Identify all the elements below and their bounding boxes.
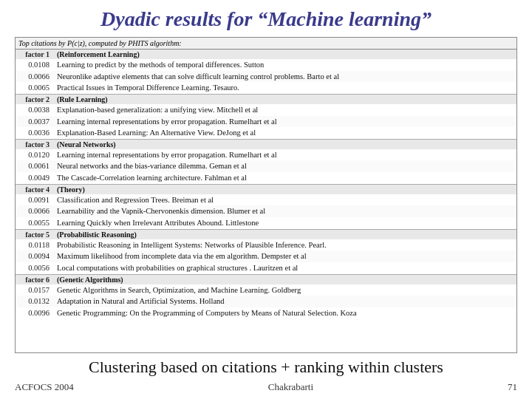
factor-category: (Neural Networks) [54,139,516,149]
score-cell: 0.0108 [16,59,54,71]
score-cell: 0.0049 [16,172,54,184]
table-row: 0.0037Learning internal representations … [16,116,516,128]
factor-category: (Probabilistic Reasoning) [54,229,516,239]
score-cell: 0.0094 [16,250,54,262]
table-row: 0.0132Adaptation in Natural and Artifici… [16,296,516,307]
table-row: 0.0066Neuronlike adaptive elements that … [16,71,516,83]
score-cell: 0.0066 [16,71,54,83]
factor-label: factor 6 [16,274,54,284]
factor-label: factor 3 [16,139,54,149]
results-table-container: Top citations by P(c|z), computed by PHI… [15,37,517,353]
score-cell: 0.0120 [16,149,54,161]
score-cell: 0.0066 [16,205,54,217]
score-cell: 0.0096 [16,307,54,319]
table-row: 0.0061Neural networks and the bias-varia… [16,160,516,172]
citation-cell: Learning internal representations by err… [54,149,516,161]
score-cell: 0.0037 [16,116,54,128]
factor-category: (Genetic Algorithms) [54,274,516,284]
score-cell: 0.0056 [16,262,54,274]
citation-cell: Probabilistic Reasoning in Intelligent S… [54,239,516,251]
factor-row: factor 1(Reinforcement Learning) [16,50,516,60]
table-row: 0.0049The Cascade-Correlation learning a… [16,172,516,184]
table-row: 0.0096Genetic Programming: On the Progra… [16,307,516,319]
factor-category: (Rule Learning) [54,94,516,104]
citation-cell: Local computations with probabilities on… [54,262,516,274]
citation-cell: Explanation-Based Learning: An Alternati… [54,127,516,139]
table-row: 0.0065Practical Issues in Temporal Diffe… [16,82,516,94]
score-cell: 0.0065 [16,82,54,94]
factor-row: factor 2(Rule Learning) [16,94,516,104]
table-row: 0.0094Maximum likelihood from incomplete… [16,250,516,262]
subtitle: Clustering based on citations + ranking … [15,358,517,377]
factor-label: factor 2 [16,94,54,104]
factor-row: factor 4(Theory) [16,184,516,194]
score-cell: 0.0132 [16,296,54,307]
citation-cell: Neural networks and the bias-variance di… [54,160,516,172]
citation-cell: Learning Quickly when Irrelevant Attribu… [54,217,516,229]
citation-cell: Maximum likelihood from incomplete data … [54,250,516,262]
factor-category: (Reinforcement Learning) [54,50,516,60]
citation-cell: Practical Issues in Temporal Difference … [54,82,516,94]
score-cell: 0.0038 [16,104,54,116]
citation-cell: Genetic Programming: On the Programming … [54,307,516,319]
citation-cell: The Cascade-Correlation learning archite… [54,172,516,184]
table-row: 0.0108Learning to predict by the methods… [16,59,516,71]
citation-cell: Genetic Algorithms in Search, Optimizati… [54,284,516,296]
table-row: 0.0157Genetic Algorithms in Search, Opti… [16,284,516,296]
factor-label: factor 4 [16,184,54,194]
page: Dyadic results for “Machine learning” To… [0,0,532,399]
table-row: 0.0066Learnability and the Vapnik-Chervo… [16,205,516,217]
factor-row: factor 6(Genetic Algorithms) [16,274,516,284]
score-cell: 0.0091 [16,194,54,206]
footer: ACFOCS 2004 Chakrabarti 71 [15,381,517,393]
citation-cell: Learning to predict by the methods of te… [54,59,516,71]
footer-left: ACFOCS 2004 [15,381,74,393]
table-row: 0.0038Explanation-based generalization: … [16,104,516,116]
citation-cell: Adaptation in Natural and Artificial Sys… [54,296,516,307]
table-row: 0.0036Explanation-Based Learning: An Alt… [16,127,516,139]
table-row: 0.0118Probabilistic Reasoning in Intelli… [16,239,516,251]
factor-category: (Theory) [54,184,516,194]
citation-cell: Neuronlike adaptive elements that can so… [54,71,516,83]
table-row: 0.0091Classification and Regression Tree… [16,194,516,206]
score-cell: 0.0036 [16,127,54,139]
citation-cell: Learnability and the Vapnik-Chervonenkis… [54,205,516,217]
factor-row: factor 3(Neural Networks) [16,139,516,149]
results-table: Top citations by P(c|z), computed by PHI… [16,38,516,319]
citation-cell: Learning internal representations by err… [54,116,516,128]
factor-label: factor 5 [16,229,54,239]
footer-center: Chakrabarti [268,381,313,393]
citation-cell: Explanation-based generalization: a unif… [54,104,516,116]
page-title: Dyadic results for “Machine learning” [15,7,517,31]
citation-cell: Classification and Regression Trees. Bre… [54,194,516,206]
score-cell: 0.0055 [16,217,54,229]
score-cell: 0.0157 [16,284,54,296]
score-cell: 0.0118 [16,239,54,251]
factor-row: factor 5(Probabilistic Reasoning) [16,229,516,239]
score-cell: 0.0061 [16,160,54,172]
table-row: 0.0120Learning internal representations … [16,149,516,161]
factor-label: factor 1 [16,50,54,60]
footer-right: 71 [508,381,517,393]
table-row: 0.0056Local computations with probabilit… [16,262,516,274]
table-row: 0.0055Learning Quickly when Irrelevant A… [16,217,516,229]
